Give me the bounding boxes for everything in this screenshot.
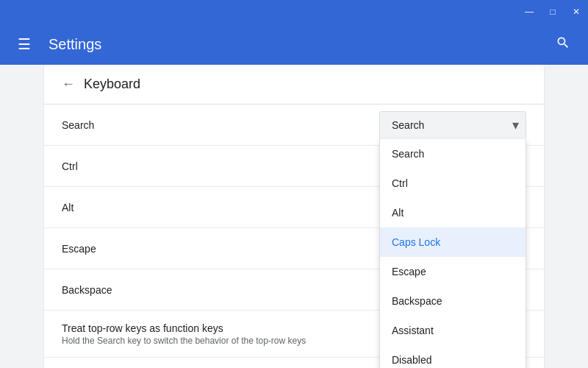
maximize-button[interactable]: □: [547, 6, 559, 18]
alt-key-label: Alt: [62, 202, 379, 213]
panel-title: Keyboard: [84, 77, 140, 92]
dropdown-item-backspace[interactable]: Backspace: [380, 286, 526, 316]
ctrl-key-label: Ctrl: [62, 160, 379, 172]
search-dropdown-container: Search ▾ Search Ctrl Alt Caps Lock Escap…: [379, 111, 526, 139]
dropdown-item-alt[interactable]: Alt: [380, 198, 526, 227]
search-icon[interactable]: [550, 29, 576, 60]
backspace-key-label: Backspace: [62, 284, 379, 296]
window-controls: — □ ✕: [523, 6, 582, 18]
dropdown-item-capslock[interactable]: Caps Lock: [380, 227, 526, 257]
content-area: ← Keyboard Search Search ▾ Search Ctrl A…: [0, 65, 588, 368]
panel-header: ← Keyboard: [44, 65, 544, 105]
search-key-label: Search: [62, 119, 379, 131]
dropdown-item-ctrl[interactable]: Ctrl: [380, 169, 526, 198]
search-dropdown-value: Search: [392, 119, 424, 131]
dropdown-item-search[interactable]: Search: [380, 139, 526, 169]
app-title: Settings: [49, 36, 538, 53]
close-button[interactable]: ✕: [570, 6, 582, 18]
dropdown-item-escape[interactable]: Escape: [380, 257, 526, 286]
minimize-button[interactable]: —: [523, 6, 535, 18]
search-key-row: Search Search ▾ Search Ctrl Alt Caps Loc…: [44, 105, 544, 146]
dropdown-item-disabled[interactable]: Disabled: [380, 345, 526, 369]
search-dropdown-menu: Search Ctrl Alt Caps Lock Escape Backspa…: [379, 139, 526, 369]
back-button[interactable]: ←: [62, 77, 75, 92]
app-bar: ☰ Settings: [0, 24, 588, 65]
settings-panel: ← Keyboard Search Search ▾ Search Ctrl A…: [44, 65, 544, 368]
dropdown-item-assistant[interactable]: Assistant: [380, 316, 526, 345]
search-dropdown-trigger[interactable]: Search ▾: [379, 111, 526, 139]
menu-icon[interactable]: ☰: [12, 29, 37, 59]
dropdown-arrow-icon: ▾: [512, 117, 519, 133]
escape-key-label: Escape: [62, 243, 379, 255]
title-bar: — □ ✕: [0, 0, 588, 24]
